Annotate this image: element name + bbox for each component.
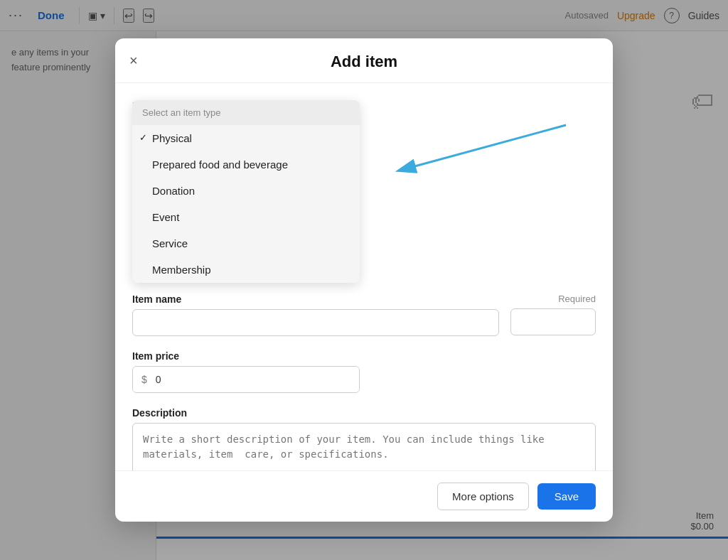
description-label: Description xyxy=(132,407,596,419)
required-field: Required xyxy=(510,294,596,335)
modal-footer: More options Save xyxy=(115,470,613,522)
description-field: Description xyxy=(132,407,596,470)
item-name-label: Item name xyxy=(132,294,499,305)
description-textarea[interactable] xyxy=(132,423,596,470)
item-type-dropdown[interactable]: Select an item type Physical Prepared fo… xyxy=(132,100,360,283)
required-input[interactable] xyxy=(510,308,596,335)
dropdown-item-donation[interactable]: Donation xyxy=(132,178,360,204)
item-name-input[interactable] xyxy=(132,309,499,336)
save-button[interactable]: Save xyxy=(537,483,596,510)
item-name-row: Item name Required xyxy=(132,294,596,336)
item-name-field: Item name xyxy=(132,294,499,336)
modal-header: × Add item xyxy=(115,38,613,83)
dropdown-item-physical[interactable]: Physical xyxy=(132,125,360,151)
more-options-button[interactable]: More options xyxy=(437,483,529,510)
dropdown-item-membership[interactable]: Membership xyxy=(132,257,360,283)
modal-body: Item type Select an item type Physical P… xyxy=(115,83,613,470)
dropdown-placeholder: Select an item type xyxy=(132,100,360,125)
item-price-label: Item price xyxy=(132,350,596,362)
modal-overlay[interactable]: × Add item Item type Select an item type… xyxy=(0,0,728,560)
modal-title: Add item xyxy=(331,53,397,71)
currency-symbol: $ xyxy=(133,367,156,392)
modal-close-button[interactable]: × xyxy=(129,53,138,68)
dropdown-item-prepared-food[interactable]: Prepared food and beverage xyxy=(132,151,360,178)
required-label: Required xyxy=(510,294,596,304)
add-item-modal: × Add item Item type Select an item type… xyxy=(115,38,613,522)
dropdown-item-service[interactable]: Service xyxy=(132,230,360,257)
price-input[interactable] xyxy=(156,367,359,392)
price-input-wrapper: $ xyxy=(132,366,360,393)
dropdown-item-event[interactable]: Event xyxy=(132,204,360,230)
item-type-field: Item type Select an item type Physical P… xyxy=(132,100,596,279)
item-price-field: Item price $ xyxy=(132,350,596,393)
